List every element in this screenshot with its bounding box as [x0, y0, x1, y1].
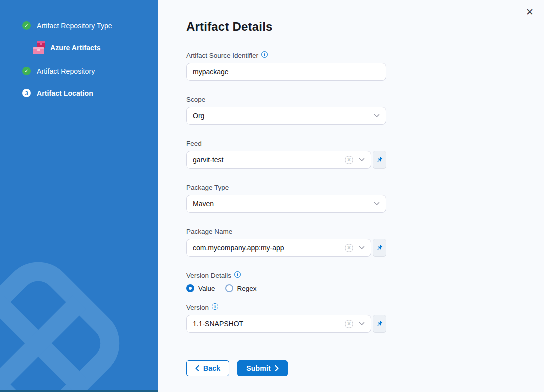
artifact-source-identifier-label: Artifact Source Identifier [186, 52, 258, 59]
field-version-details: Version Details i Value Regex [186, 272, 386, 292]
version-details-radio-group: Value Regex [186, 284, 386, 292]
radio-label[interactable]: Regex [238, 285, 257, 292]
field-scope: Scope Org [186, 96, 386, 125]
package-name-select[interactable]: com.mycompany.app:my-app × [186, 239, 372, 257]
chevron-right-icon [275, 365, 279, 371]
sidebar-bottom-edge [0, 390, 158, 392]
radio-option-regex[interactable]: Regex [226, 284, 257, 292]
field-artifact-source-identifier: Artifact Source Identifier i [186, 52, 386, 81]
clear-icon[interactable]: × [345, 156, 354, 164]
page-title: Artifact Details [186, 20, 544, 34]
step-artifact-repository-type[interactable]: ✓ Artifact Repository Type [22, 21, 158, 30]
step-label: Artifact Repository [37, 67, 95, 75]
version-details-label: Version Details [186, 272, 232, 279]
artifact-source-identifier-input[interactable] [186, 63, 386, 81]
chevron-down-icon[interactable] [359, 246, 365, 250]
fixed-value-pin-button[interactable] [373, 239, 386, 257]
clear-icon[interactable]: × [345, 244, 354, 252]
info-icon[interactable]: i [262, 51, 268, 58]
artifact-wizard-dialog: ✓ Artifact Repository Type Azure Artifac… [0, 0, 544, 392]
step-artifact-location[interactable]: 3 Artifact Location [22, 89, 158, 97]
package-name-label: Package Name [186, 228, 232, 235]
chevron-down-icon[interactable] [359, 322, 365, 326]
fixed-value-pin-button[interactable] [373, 315, 386, 333]
pin-icon [376, 320, 384, 328]
package-type-label: Package Type [186, 184, 229, 191]
version-value: 1.1-SNAPSHOT [193, 320, 345, 328]
version-select[interactable]: 1.1-SNAPSHOT × [186, 315, 372, 333]
feed-value: garvit-test [193, 156, 345, 164]
pin-icon [376, 244, 384, 252]
chevron-left-icon [196, 365, 200, 371]
radio-unselected-icon[interactable] [226, 284, 234, 292]
radio-label[interactable]: Value [198, 285, 216, 292]
chevron-down-icon[interactable] [359, 158, 365, 162]
field-version: Version i 1.1-SNAPSHOT × [186, 304, 386, 333]
pin-icon [376, 156, 384, 164]
step-artifact-repository[interactable]: ✓ Artifact Repository [22, 67, 158, 75]
field-feed: Feed garvit-test × [186, 140, 386, 169]
scope-value: Org [193, 112, 374, 120]
submit-button-label: Submit [246, 364, 271, 372]
step-label: Artifact Location [37, 89, 94, 97]
version-label: Version [186, 304, 209, 311]
info-icon[interactable]: i [234, 271, 241, 278]
selected-repo-type-label: Azure Artifacts [50, 44, 101, 52]
package-name-value: com.mycompany.app:my-app [193, 244, 345, 252]
check-icon: ✓ [22, 67, 31, 75]
wizard-steps: ✓ Artifact Repository Type Azure Artifac… [0, 0, 158, 97]
package-type-value: Maven [193, 200, 374, 208]
radio-option-value[interactable]: Value [186, 284, 216, 292]
field-package-name: Package Name com.mycompany.app:my-app × [186, 228, 386, 257]
radio-selected-icon[interactable] [186, 284, 194, 292]
close-icon[interactable]: ✕ [522, 4, 538, 20]
step-label: Artifact Repository Type [37, 22, 112, 30]
check-icon: ✓ [22, 21, 31, 30]
info-icon[interactable]: i [212, 303, 218, 310]
scope-label: Scope [186, 96, 206, 103]
selected-repo-type-azure-artifacts: Azure Artifacts [32, 40, 158, 56]
feed-select[interactable]: garvit-test × [186, 151, 372, 169]
scope-select[interactable]: Org [186, 107, 386, 125]
artifact-details-panel: ✕ Artifact Details Artifact Source Ident… [158, 0, 544, 392]
field-package-type: Package Type Maven [186, 184, 386, 213]
chevron-down-icon[interactable] [374, 114, 380, 118]
azure-artifacts-package-icon [32, 40, 46, 56]
back-button[interactable]: Back [186, 360, 230, 376]
chevron-down-icon[interactable] [374, 202, 380, 206]
step-number-badge: 3 [22, 89, 31, 97]
wizard-sidebar: ✓ Artifact Repository Type Azure Artifac… [0, 0, 158, 392]
clear-icon[interactable]: × [345, 320, 354, 328]
submit-button[interactable]: Submit [238, 360, 288, 376]
fixed-value-pin-button[interactable] [373, 151, 386, 169]
back-button-label: Back [204, 364, 220, 372]
wizard-footer: Back Submit [186, 360, 544, 376]
feed-label: Feed [186, 140, 202, 147]
package-type-select[interactable]: Maven [186, 195, 386, 213]
